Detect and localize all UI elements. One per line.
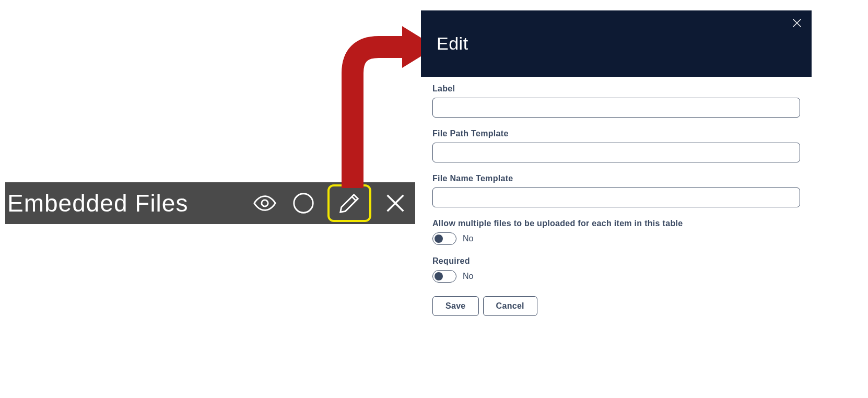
- panel-header: Edit: [421, 10, 812, 77]
- close-icon[interactable]: [790, 16, 804, 30]
- required-value: No: [463, 272, 473, 281]
- field-file-path-group: File Path Template: [432, 129, 800, 162]
- required-label: Required: [432, 256, 800, 266]
- allow-multiple-label: Allow multiple files to be uploaded for …: [432, 219, 800, 228]
- toggle-knob-icon: [435, 272, 443, 280]
- required-toggle-row: No: [432, 270, 800, 283]
- toolbar-title: Embedded Files: [7, 189, 188, 217]
- field-required-group: Required No: [432, 256, 800, 283]
- svg-point-0: [262, 200, 268, 206]
- allow-multiple-toggle[interactable]: [432, 232, 456, 245]
- allow-multiple-value: No: [463, 234, 473, 243]
- eye-icon[interactable]: [250, 189, 279, 218]
- field-label-group: Label: [432, 84, 800, 118]
- file-path-template-label: File Path Template: [432, 129, 800, 138]
- label-field-label: Label: [432, 84, 800, 93]
- file-path-template-input[interactable]: [432, 143, 800, 162]
- save-button[interactable]: Save: [432, 296, 479, 316]
- allow-multiple-toggle-row: No: [432, 232, 800, 245]
- cancel-button[interactable]: Cancel: [483, 296, 537, 316]
- panel-body: Label File Path Template File Name Templ…: [421, 77, 812, 326]
- svg-point-1: [294, 194, 313, 213]
- file-name-template-label: File Name Template: [432, 174, 800, 183]
- label-input[interactable]: [432, 98, 800, 118]
- embedded-files-toolbar: Embedded Files: [5, 182, 415, 224]
- toggle-knob-icon: [435, 235, 443, 243]
- pencil-icon[interactable]: [335, 189, 364, 218]
- toolbar-icons: [250, 184, 410, 222]
- close-x-icon[interactable]: [381, 189, 410, 218]
- panel-title: Edit: [437, 33, 468, 54]
- circle-icon[interactable]: [289, 189, 318, 218]
- field-allow-multiple-group: Allow multiple files to be uploaded for …: [432, 219, 800, 245]
- required-toggle[interactable]: [432, 270, 456, 283]
- field-file-name-group: File Name Template: [432, 174, 800, 207]
- button-row: Save Cancel: [432, 296, 800, 316]
- edit-icon-highlight: [327, 184, 371, 222]
- file-name-template-input[interactable]: [432, 188, 800, 207]
- edit-panel: Edit Label File Path Template File Name …: [421, 10, 812, 326]
